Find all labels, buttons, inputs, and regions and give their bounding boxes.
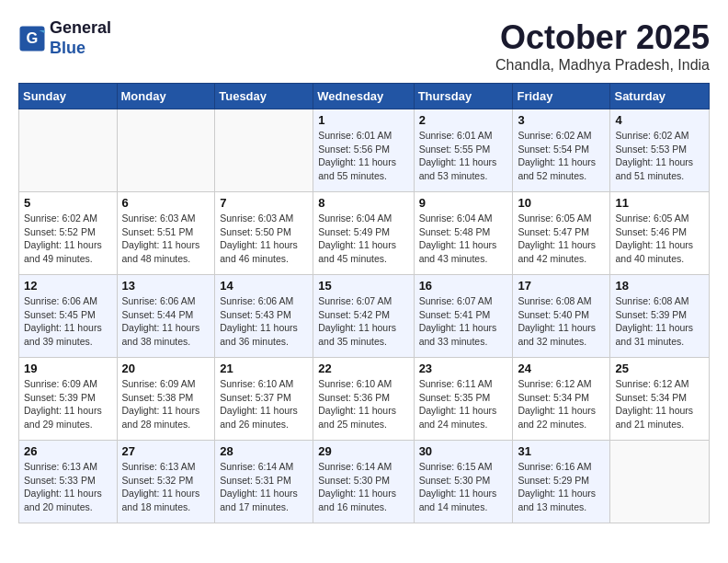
day-number: 29: [318, 444, 408, 458]
weekday-header-friday: Friday: [513, 84, 610, 109]
day-number: 9: [419, 196, 508, 210]
day-number: 5: [24, 196, 112, 210]
title-block: October 2025 Chandla, Madhya Pradesh, In…: [495, 18, 710, 74]
calendar-week-2: 5Sunrise: 6:02 AM Sunset: 5:52 PM Daylig…: [19, 192, 710, 275]
day-number: 22: [318, 362, 408, 375]
calendar-cell: 4Sunrise: 6:02 AM Sunset: 5:53 PM Daylig…: [610, 109, 710, 192]
day-number: 8: [318, 196, 408, 210]
weekday-header-tuesday: Tuesday: [215, 84, 313, 109]
day-number: 7: [220, 196, 308, 210]
day-info: Sunrise: 6:10 AM Sunset: 5:36 PM Dayligh…: [318, 377, 408, 431]
day-info: Sunrise: 6:01 AM Sunset: 5:55 PM Dayligh…: [419, 129, 508, 183]
day-number: 26: [24, 444, 112, 458]
month-title: October 2025: [495, 18, 710, 57]
day-info: Sunrise: 6:10 AM Sunset: 5:37 PM Dayligh…: [220, 377, 308, 431]
day-info: Sunrise: 6:03 AM Sunset: 5:51 PM Dayligh…: [122, 212, 210, 266]
calendar-cell: 27Sunrise: 6:13 AM Sunset: 5:32 PM Dayli…: [117, 441, 215, 523]
day-number: 20: [122, 362, 210, 375]
day-number: 3: [518, 113, 605, 127]
day-info: Sunrise: 6:02 AM Sunset: 5:52 PM Dayligh…: [24, 212, 112, 266]
day-info: Sunrise: 6:02 AM Sunset: 5:54 PM Dayligh…: [518, 129, 605, 183]
day-info: Sunrise: 6:11 AM Sunset: 5:35 PM Dayligh…: [419, 377, 508, 431]
weekday-header-sunday: Sunday: [19, 84, 118, 109]
weekday-header-monday: Monday: [117, 84, 215, 109]
day-info: Sunrise: 6:05 AM Sunset: 5:47 PM Dayligh…: [518, 212, 605, 266]
calendar-cell: 30Sunrise: 6:15 AM Sunset: 5:30 PM Dayli…: [414, 441, 513, 523]
day-number: 17: [518, 279, 605, 293]
calendar-week-4: 19Sunrise: 6:09 AM Sunset: 5:39 PM Dayli…: [19, 358, 710, 441]
calendar-cell: 9Sunrise: 6:04 AM Sunset: 5:48 PM Daylig…: [414, 192, 513, 275]
calendar-cell: 11Sunrise: 6:05 AM Sunset: 5:46 PM Dayli…: [610, 192, 710, 275]
day-info: Sunrise: 6:15 AM Sunset: 5:30 PM Dayligh…: [419, 460, 508, 514]
calendar-cell: 28Sunrise: 6:14 AM Sunset: 5:31 PM Dayli…: [215, 441, 313, 523]
day-number: 21: [220, 362, 308, 375]
day-number: 12: [24, 279, 112, 293]
day-info: Sunrise: 6:13 AM Sunset: 5:32 PM Dayligh…: [122, 460, 210, 514]
calendar-cell: 20Sunrise: 6:09 AM Sunset: 5:38 PM Dayli…: [117, 358, 215, 441]
page-header: G General Blue October 2025 Chandla, Mad…: [18, 18, 710, 74]
calendar-table: SundayMondayTuesdayWednesdayThursdayFrid…: [18, 83, 710, 523]
day-number: 16: [419, 279, 508, 293]
day-info: Sunrise: 6:14 AM Sunset: 5:31 PM Dayligh…: [220, 460, 308, 514]
calendar-cell: 14Sunrise: 6:06 AM Sunset: 5:43 PM Dayli…: [215, 275, 313, 358]
calendar-cell: 25Sunrise: 6:12 AM Sunset: 5:34 PM Dayli…: [610, 358, 710, 441]
calendar-cell: 26Sunrise: 6:13 AM Sunset: 5:33 PM Dayli…: [19, 441, 118, 523]
calendar-cell: 29Sunrise: 6:14 AM Sunset: 5:30 PM Dayli…: [313, 441, 414, 523]
calendar-cell: 24Sunrise: 6:12 AM Sunset: 5:34 PM Dayli…: [513, 358, 610, 441]
day-info: Sunrise: 6:06 AM Sunset: 5:45 PM Dayligh…: [24, 294, 112, 349]
calendar-cell: [610, 441, 710, 523]
calendar-cell: 16Sunrise: 6:07 AM Sunset: 5:41 PM Dayli…: [414, 275, 513, 358]
day-info: Sunrise: 6:03 AM Sunset: 5:50 PM Dayligh…: [220, 212, 308, 266]
day-number: 19: [24, 362, 112, 375]
day-info: Sunrise: 6:07 AM Sunset: 5:41 PM Dayligh…: [419, 294, 508, 349]
calendar-cell: 23Sunrise: 6:11 AM Sunset: 5:35 PM Dayli…: [414, 358, 513, 441]
calendar-cell: [215, 109, 313, 192]
calendar-cell: 15Sunrise: 6:07 AM Sunset: 5:42 PM Dayli…: [313, 275, 414, 358]
logo-blue: Blue: [50, 39, 85, 57]
calendar-cell: 3Sunrise: 6:02 AM Sunset: 5:54 PM Daylig…: [513, 109, 610, 192]
day-number: 31: [518, 444, 605, 458]
logo-icon: G: [18, 25, 46, 52]
day-info: Sunrise: 6:08 AM Sunset: 5:39 PM Dayligh…: [615, 294, 704, 349]
calendar-cell: 2Sunrise: 6:01 AM Sunset: 5:55 PM Daylig…: [414, 109, 513, 192]
calendar-cell: 7Sunrise: 6:03 AM Sunset: 5:50 PM Daylig…: [215, 192, 313, 275]
logo-text: General Blue: [50, 18, 111, 58]
weekday-header-saturday: Saturday: [610, 84, 710, 109]
day-info: Sunrise: 6:08 AM Sunset: 5:40 PM Dayligh…: [518, 294, 605, 349]
calendar-header-row: SundayMondayTuesdayWednesdayThursdayFrid…: [19, 84, 710, 109]
calendar-week-3: 12Sunrise: 6:06 AM Sunset: 5:45 PM Dayli…: [19, 275, 710, 358]
day-number: 15: [318, 279, 408, 293]
day-number: 27: [122, 444, 210, 458]
calendar-cell: [19, 109, 118, 192]
logo-general: General: [50, 18, 111, 37]
calendar-cell: 22Sunrise: 6:10 AM Sunset: 5:36 PM Dayli…: [313, 358, 414, 441]
calendar-cell: 6Sunrise: 6:03 AM Sunset: 5:51 PM Daylig…: [117, 192, 215, 275]
calendar-cell: [117, 109, 215, 192]
day-info: Sunrise: 6:07 AM Sunset: 5:42 PM Dayligh…: [318, 294, 408, 349]
day-info: Sunrise: 6:06 AM Sunset: 5:43 PM Dayligh…: [220, 294, 308, 349]
calendar-cell: 18Sunrise: 6:08 AM Sunset: 5:39 PM Dayli…: [610, 275, 710, 358]
day-number: 18: [615, 279, 704, 293]
calendar-body: 1Sunrise: 6:01 AM Sunset: 5:56 PM Daylig…: [19, 109, 710, 523]
day-number: 6: [122, 196, 210, 210]
calendar-cell: 8Sunrise: 6:04 AM Sunset: 5:49 PM Daylig…: [313, 192, 414, 275]
calendar-week-1: 1Sunrise: 6:01 AM Sunset: 5:56 PM Daylig…: [19, 109, 710, 192]
day-number: 13: [122, 279, 210, 293]
day-info: Sunrise: 6:12 AM Sunset: 5:34 PM Dayligh…: [615, 377, 704, 431]
day-info: Sunrise: 6:04 AM Sunset: 5:49 PM Dayligh…: [318, 212, 408, 266]
calendar-cell: 21Sunrise: 6:10 AM Sunset: 5:37 PM Dayli…: [215, 358, 313, 441]
day-number: 1: [318, 113, 408, 127]
calendar-cell: 31Sunrise: 6:16 AM Sunset: 5:29 PM Dayli…: [513, 441, 610, 523]
calendar-week-5: 26Sunrise: 6:13 AM Sunset: 5:33 PM Dayli…: [19, 441, 710, 523]
day-number: 30: [419, 444, 508, 458]
day-number: 24: [518, 362, 605, 375]
day-info: Sunrise: 6:13 AM Sunset: 5:33 PM Dayligh…: [24, 460, 112, 514]
day-number: 10: [518, 196, 605, 210]
location: Chandla, Madhya Pradesh, India: [495, 57, 710, 74]
calendar-cell: 12Sunrise: 6:06 AM Sunset: 5:45 PM Dayli…: [19, 275, 118, 358]
day-info: Sunrise: 6:16 AM Sunset: 5:29 PM Dayligh…: [518, 460, 605, 514]
day-info: Sunrise: 6:12 AM Sunset: 5:34 PM Dayligh…: [518, 377, 605, 431]
day-info: Sunrise: 6:02 AM Sunset: 5:53 PM Dayligh…: [615, 129, 704, 183]
logo: G General Blue: [18, 18, 111, 58]
calendar-cell: 19Sunrise: 6:09 AM Sunset: 5:39 PM Dayli…: [19, 358, 118, 441]
